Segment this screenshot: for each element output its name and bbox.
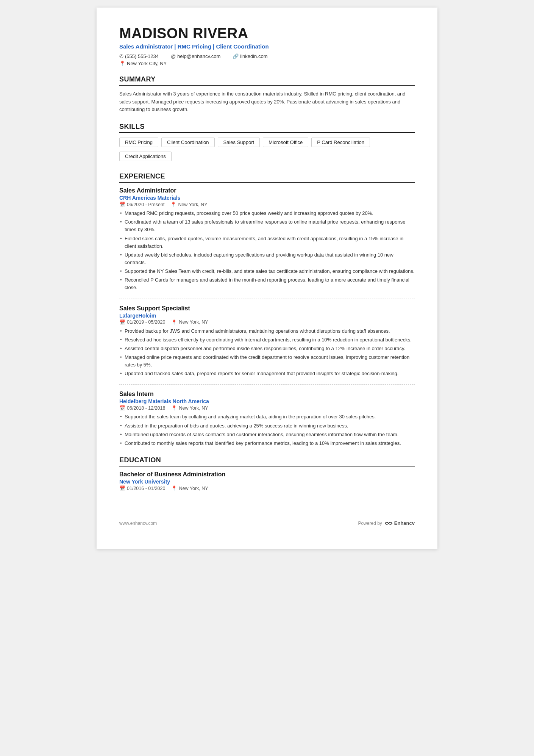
location-contact: 📍 New York City, NY <box>119 61 167 66</box>
exp-bullets-list: Provided backup for JWS and Command admi… <box>119 327 415 378</box>
exp-company: LafargeHolcim <box>119 313 415 319</box>
location-row: 📍 New York City, NY <box>119 61 415 66</box>
skill-item: Credit Applications <box>119 152 172 161</box>
email-icon: @ <box>171 53 176 59</box>
education-title: EDUCATION <box>119 456 415 466</box>
edu-location: 📍 New York, NY <box>171 485 208 491</box>
education-entry: Bachelor of Business Administration New … <box>119 471 415 491</box>
experience-entries: Sales Administrator CRH Americas Materia… <box>119 187 415 447</box>
candidate-name: MADISON RIVERA <box>119 26 415 42</box>
skill-item: Client Coordination <box>161 138 215 147</box>
skill-item: Microsoft Office <box>263 138 308 147</box>
summary-text: Sales Administrator with 3 years of expe… <box>119 90 415 114</box>
experience-title: EXPERIENCE <box>119 172 415 183</box>
summary-title: SUMMARY <box>119 75 415 86</box>
linkedin-contact: 🔗 linkedin.com <box>233 53 267 59</box>
edu-degree: Bachelor of Business Administration <box>119 471 415 478</box>
exp-divider <box>119 299 415 299</box>
skill-item: RMC Pricing <box>119 138 158 147</box>
footer-powered: Powered by Enhancv <box>358 520 415 526</box>
header: MADISON RIVERA Sales Administrator | RMC… <box>119 26 415 66</box>
email-contact: @ help@enhancv.com <box>171 53 220 59</box>
skills-title: SKILLS <box>119 123 415 133</box>
location-text: New York City, NY <box>127 61 167 66</box>
skill-item: Sales Support <box>218 138 260 147</box>
exp-location: 📍 New York, NY <box>170 202 207 207</box>
exp-date: 📅 06/2018 - 12/2018 <box>119 405 165 411</box>
education-entries: Bachelor of Business Administration New … <box>119 471 415 491</box>
powered-by-text: Powered by <box>358 521 382 526</box>
exp-bullet: Resolved ad hoc issues efficiently by co… <box>119 336 415 344</box>
location-icon: 📍 <box>171 405 177 411</box>
footer: www.enhancv.com Powered by Enhancv <box>119 514 415 526</box>
exp-location: 📍 New York, NY <box>171 405 208 411</box>
contact-row: ✆ (555) 555-1234 @ help@enhancv.com 🔗 li… <box>119 53 415 59</box>
exp-bullet: Updated weekly bid schedules, included c… <box>119 251 415 266</box>
edu-date: 📅 01/2016 - 01/2020 <box>119 485 165 491</box>
exp-bullet: Updated and tracked sales data, prepared… <box>119 370 415 377</box>
exp-divider <box>119 384 415 385</box>
summary-section: SUMMARY Sales Administrator with 3 years… <box>119 75 415 114</box>
exp-bullet: Fielded sales calls, provided quotes, vo… <box>119 235 415 250</box>
exp-company: CRH Americas Materials <box>119 195 415 201</box>
skills-container: RMC PricingClient CoordinationSales Supp… <box>119 138 415 163</box>
enhancv-logo: Enhancv <box>384 520 415 526</box>
exp-meta: 📅 06/2018 - 12/2018 📍 New York, NY <box>119 405 415 411</box>
footer-website: www.enhancv.com <box>119 521 157 526</box>
location-icon: 📍 <box>171 485 177 491</box>
exp-location: 📍 New York, NY <box>171 319 208 325</box>
exp-bullet: Assisted in the preparation of bids and … <box>119 422 415 430</box>
calendar-icon: 📅 <box>119 319 125 325</box>
phone-text: (555) 555-1234 <box>125 53 159 59</box>
resume-page: MADISON RIVERA Sales Administrator | RMC… <box>97 8 437 549</box>
edu-meta: 📅 01/2016 - 01/2020 📍 New York, NY <box>119 485 415 491</box>
exp-meta: 📅 06/2020 - Present 📍 New York, NY <box>119 202 415 207</box>
exp-bullet: Provided backup for JWS and Command admi… <box>119 327 415 335</box>
experience-entry: Sales Intern Heidelberg Materials North … <box>119 391 415 447</box>
exp-bullet: Reconciled P Cards for managers and assi… <box>119 276 415 291</box>
exp-job-title: Sales Intern <box>119 391 415 398</box>
calendar-icon: 📅 <box>119 202 125 207</box>
exp-bullet: Supported the NY Sales Team with credit,… <box>119 268 415 275</box>
exp-bullets-list: Supported the sales team by collating an… <box>119 413 415 447</box>
location-icon: 📍 <box>119 61 125 66</box>
exp-meta: 📅 01/2019 - 05/2020 📍 New York, NY <box>119 319 415 325</box>
exp-bullet: Coordinated with a team of 13 sales prof… <box>119 218 415 233</box>
education-section: EDUCATION Bachelor of Business Administr… <box>119 456 415 491</box>
exp-job-title: Sales Administrator <box>119 187 415 194</box>
exp-bullet: Maintained updated records of sales cont… <box>119 431 415 438</box>
linkedin-text: linkedin.com <box>240 53 267 59</box>
exp-date: 📅 01/2019 - 05/2020 <box>119 319 165 325</box>
skill-item: P Card Reconciliation <box>311 138 370 147</box>
edu-school: New York University <box>119 479 415 485</box>
experience-section: EXPERIENCE Sales Administrator CRH Ameri… <box>119 172 415 447</box>
location-icon: 📍 <box>171 319 177 325</box>
exp-job-title: Sales Support Specialist <box>119 305 415 312</box>
experience-entry: Sales Administrator CRH Americas Materia… <box>119 187 415 291</box>
logo-svg-icon <box>384 521 393 526</box>
linkedin-icon: 🔗 <box>233 53 239 59</box>
exp-bullet: Assisted central dispatch personnel and … <box>119 345 415 352</box>
calendar-icon: 📅 <box>119 485 125 491</box>
email-text: help@enhancv.com <box>177 53 220 59</box>
exp-bullet: Managed online price requests and coordi… <box>119 354 415 369</box>
skills-section: SKILLS RMC PricingClient CoordinationSal… <box>119 123 415 163</box>
exp-date: 📅 06/2020 - Present <box>119 202 164 207</box>
candidate-title: Sales Administrator | RMC Pricing | Clie… <box>119 43 415 50</box>
location-icon: 📍 <box>170 202 176 207</box>
exp-bullet: Managed RMC pricing requests, processing… <box>119 210 415 217</box>
brand-name: Enhancv <box>394 520 415 526</box>
experience-entry: Sales Support Specialist LafargeHolcim 📅… <box>119 305 415 378</box>
calendar-icon: 📅 <box>119 405 125 411</box>
phone-icon: ✆ <box>119 53 123 59</box>
exp-company: Heidelberg Materials North America <box>119 398 415 404</box>
phone-contact: ✆ (555) 555-1234 <box>119 53 159 59</box>
exp-bullets-list: Managed RMC pricing requests, processing… <box>119 210 415 291</box>
exp-bullet: Supported the sales team by collating an… <box>119 413 415 421</box>
exp-bullet: Contributed to monthly sales reports tha… <box>119 440 415 447</box>
